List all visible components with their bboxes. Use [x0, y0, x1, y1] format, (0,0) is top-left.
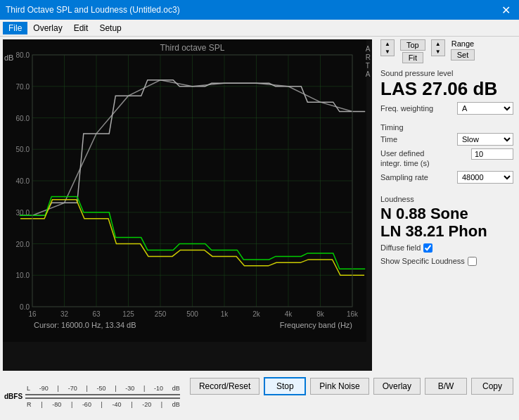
- show-specific-loudness-label: Show Specific Loudness: [380, 257, 465, 265]
- show-specific-loudness-checkbox[interactable]: [468, 257, 477, 266]
- menu-overlay[interactable]: Overlay: [27, 22, 68, 34]
- top-button[interactable]: Top: [400, 39, 425, 51]
- fit-button[interactable]: Fit: [402, 52, 423, 63]
- range-up-btn[interactable]: ▲: [432, 40, 444, 48]
- freq-weighting-select[interactable]: ABCZ: [457, 102, 513, 115]
- right-panel: ▲ ▼ Top Fit ▲ ▼ Range Set Sound pres: [375, 37, 519, 374]
- time-select[interactable]: SlowFastImpulse: [457, 133, 513, 146]
- arta-label: ARTA: [366, 45, 371, 79]
- freq-weighting-row: Freq. weighting ABCZ: [380, 102, 513, 115]
- menu-bar: File Overlay Edit Setup: [0, 20, 519, 37]
- loudness-ln-value: LN 38.21 Phon: [380, 222, 513, 240]
- diffuse-field-row: Diffuse field: [380, 243, 513, 253]
- diffuse-field-label: Diffuse field: [380, 243, 421, 252]
- spl-section: Sound pressure level LAS 27.06 dB: [380, 69, 513, 99]
- bw-button[interactable]: B/W: [425, 378, 467, 395]
- set-button[interactable]: Set: [451, 49, 475, 61]
- scale-l90: L: [27, 385, 30, 392]
- sampling-rate-select[interactable]: 480004410096000: [457, 171, 513, 184]
- stop-button[interactable]: Stop: [264, 377, 306, 395]
- time-label: Time: [380, 135, 397, 144]
- sampling-rate-label: Sampling rate: [380, 173, 428, 182]
- user-defined-row: User definedintegr. time (s): [380, 148, 513, 169]
- buttons-row: Record/Reset Stop Pink Noise Overlay B/W…: [184, 374, 519, 399]
- spl-label: Sound pressure level: [380, 69, 513, 77]
- user-defined-label: User definedintegr. time (s): [380, 148, 430, 169]
- bottom-bar: dBFS L -90 | -70 | -50 | -30 | -10 dB: [0, 374, 519, 420]
- overlay-button[interactable]: Overlay: [373, 378, 421, 395]
- top-up-btn[interactable]: ▲: [381, 40, 394, 48]
- meter-area: dBFS L -90 | -70 | -50 | -30 | -10 dB: [0, 374, 184, 420]
- top-down-btn[interactable]: ▼: [381, 48, 394, 56]
- range-label: Range: [451, 39, 474, 48]
- show-specific-loudness-row: Show Specific Loudness: [380, 257, 513, 266]
- pink-noise-button[interactable]: Pink Noise: [310, 378, 369, 395]
- range-down-btn[interactable]: ▼: [432, 48, 444, 56]
- chart-area: ARTA: [3, 39, 372, 371]
- loudness-n-value: N 0.88 Sone: [380, 205, 513, 222]
- menu-edit[interactable]: Edit: [68, 22, 94, 34]
- scale-r: R: [27, 401, 32, 408]
- loudness-section: Loudness N 0.88 Sone LN 38.21 Phon: [380, 192, 513, 241]
- menu-setup[interactable]: Setup: [94, 22, 127, 34]
- time-row: Time SlowFastImpulse: [380, 133, 513, 146]
- timing-header: Timing: [380, 123, 513, 132]
- timing-section: Timing Time SlowFastImpulse User defined…: [380, 120, 513, 187]
- copy-button[interactable]: Copy: [471, 378, 513, 395]
- meter-bar-r: [25, 397, 180, 399]
- diffuse-field-checkbox[interactable]: [423, 243, 432, 253]
- meter-bar-l: [25, 394, 180, 395]
- sampling-rate-row: Sampling rate 480004410096000: [380, 171, 513, 184]
- user-defined-input[interactable]: [471, 148, 513, 160]
- record-reset-button[interactable]: Record/Reset: [190, 378, 260, 395]
- menu-file[interactable]: File: [3, 22, 27, 34]
- spl-value: LAS 27.06 dB: [380, 79, 513, 99]
- dbfs-label: dBFS: [4, 393, 23, 400]
- title-bar-text: Third Octave SPL and Loudness (Untitled.…: [6, 5, 180, 15]
- main-content: ARTA ▲ ▼ Top Fit ▲ ▼ Ran: [0, 37, 519, 374]
- loudness-header: Loudness: [380, 195, 513, 203]
- close-button[interactable]: ✕: [499, 4, 513, 17]
- title-bar: Third Octave SPL and Loudness (Untitled.…: [0, 0, 519, 20]
- freq-weighting-label: Freq. weighting: [380, 104, 433, 113]
